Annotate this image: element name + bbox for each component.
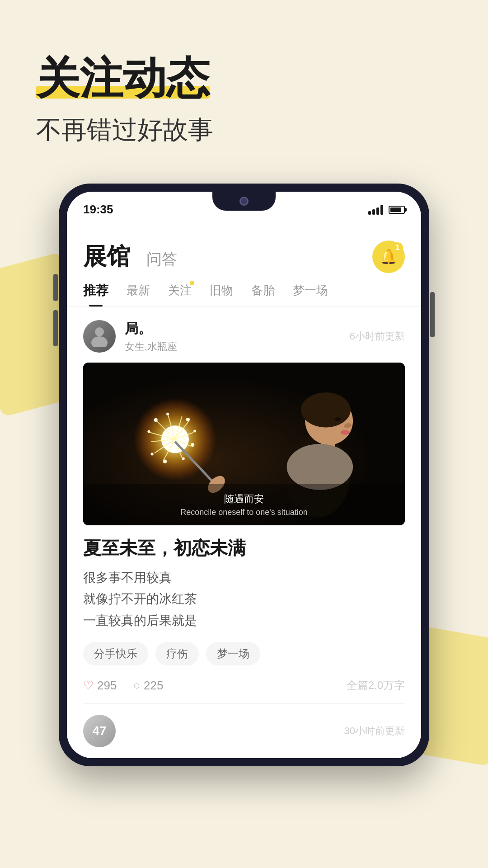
svg-point-1 [91, 336, 108, 347]
post-title: 夏至未至，初恋未满 [83, 536, 405, 560]
post-image-caption: 随遇而安 Reconcile oneself to one's situatio… [83, 484, 405, 525]
tab-dot [190, 281, 194, 285]
svg-point-28 [151, 453, 154, 455]
avatar-icon [90, 326, 108, 347]
phone-frame: 19:35 [67, 192, 421, 759]
battery-icon [389, 206, 405, 214]
caption-english: Reconcile oneself to one's situation [91, 508, 397, 517]
power-button [430, 292, 435, 337]
phone-notch [212, 192, 276, 211]
tab-latest[interactable]: 最新 [127, 283, 150, 306]
author-meta: 女生,水瓶座 [125, 340, 177, 354]
app-nav-left: 展馆 问答 [83, 241, 177, 273]
post-footer: ♡ 295 ○ 225 全篇2.0万字 [83, 678, 405, 704]
comment-icon: ○ [133, 679, 140, 693]
comments-count: 225 [144, 679, 163, 693]
comments-stat[interactable]: ○ 225 [133, 679, 163, 693]
header-section: 关注动态 不再错过好故事 [0, 0, 488, 175]
tab-recommended[interactable]: 推荐 [83, 282, 108, 307]
svg-point-33 [186, 418, 190, 421]
svg-point-34 [166, 412, 169, 415]
likes-stat[interactable]: ♡ 295 [83, 679, 117, 693]
svg-point-10 [341, 430, 350, 434]
svg-point-26 [154, 418, 158, 422]
svg-point-30 [182, 457, 185, 460]
svg-point-29 [163, 459, 167, 463]
camera-dot [239, 197, 249, 206]
author-left: 局。 女生,水瓶座 [83, 320, 177, 354]
author-info: 局。 女生,水瓶座 [125, 320, 177, 354]
caption-chinese: 随遇而安 [91, 492, 397, 506]
heart-icon: ♡ [83, 679, 94, 693]
tab-bar: 推荐 最新 关注 旧物 备胎 梦一 [67, 273, 421, 307]
author-avatar[interactable] [83, 320, 116, 353]
excerpt-line-1: 很多事不用较真 [83, 567, 405, 589]
status-right-icons [368, 205, 405, 215]
svg-point-6 [301, 392, 351, 427]
status-time: 19:35 [83, 203, 113, 217]
tag-dream[interactable]: 梦一场 [206, 642, 260, 665]
post-stats: ♡ 295 ○ 225 [83, 679, 164, 693]
volume-up-button [53, 274, 58, 301]
excerpt-line-3: 一直较真的后果就是 [83, 610, 405, 632]
volume-down-button [53, 310, 58, 346]
excerpt-line-2: 就像拧不开的冰红茶 [83, 588, 405, 610]
svg-point-32 [193, 429, 196, 432]
tag-healing[interactable]: 疗伤 [155, 642, 199, 665]
author-name: 局。 [125, 320, 177, 338]
post-card-1: 局。 女生,水瓶座 6小时前更新 [67, 307, 421, 704]
post-excerpt: 很多事不用较真 就像拧不开的冰红茶 一直较真的后果就是 [83, 567, 405, 632]
notification-badge: 1 [392, 242, 403, 253]
svg-point-0 [95, 327, 104, 336]
post-tags: 分手快乐 疗伤 梦一场 [83, 642, 405, 665]
battery-fill [390, 208, 401, 212]
second-post-preview[interactable]: 47 30小时前更新 [67, 704, 421, 758]
tag-breakup[interactable]: 分手快乐 [83, 642, 148, 665]
svg-point-31 [191, 443, 194, 447]
word-count: 全篇2.0万字 [347, 678, 405, 693]
signal-icon [368, 205, 383, 215]
post-author-row: 局。 女生,水瓶座 6小时前更新 [83, 320, 405, 354]
tab-dream[interactable]: 梦一场 [293, 283, 328, 306]
post-time: 6小时前更新 [350, 330, 405, 343]
status-bar: 19:35 [67, 192, 421, 228]
app-header: 展馆 问答 🔔 1 [67, 228, 421, 273]
likes-count: 295 [97, 679, 117, 693]
second-post-avatar: 47 [83, 715, 116, 747]
page-title: 关注动态 [36, 54, 210, 102]
notification-button[interactable]: 🔔 1 [372, 241, 405, 273]
app-main-title: 展馆 [83, 241, 130, 273]
svg-point-11 [334, 417, 341, 421]
page-subtitle: 不再错过好故事 [36, 113, 452, 147]
second-post-time: 30小时前更新 [344, 724, 405, 738]
title-text: 关注动态 [36, 54, 210, 102]
tab-spare[interactable]: 备胎 [251, 283, 275, 306]
tab-following[interactable]: 关注 [168, 283, 192, 306]
app-sub-title: 问答 [146, 249, 177, 270]
svg-point-27 [147, 430, 150, 433]
app-screen: 展馆 问答 🔔 1 推荐 最新 [67, 228, 421, 759]
phone-container: 19:35 [0, 184, 488, 767]
svg-point-8 [287, 444, 353, 490]
tab-oldthings[interactable]: 旧物 [210, 283, 233, 306]
post-image[interactable]: 随遇而安 Reconcile oneself to one's situatio… [83, 363, 405, 525]
phone-mockup: 19:35 [59, 184, 429, 767]
